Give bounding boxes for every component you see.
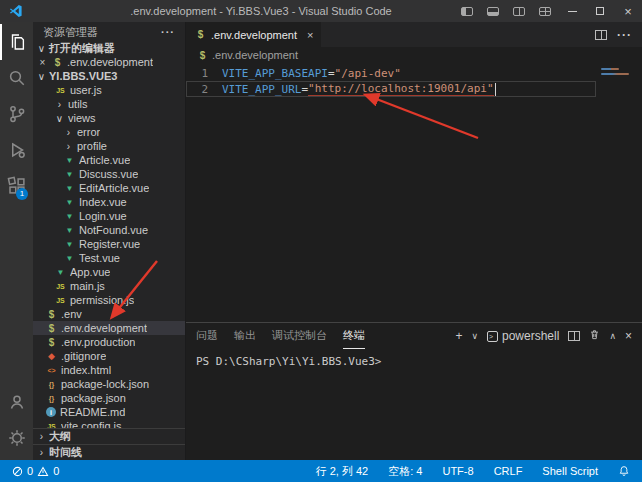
chevron-down-icon: ∨ (36, 43, 47, 54)
file-label: vite.config.js (61, 420, 122, 428)
new-terminal-icon[interactable]: + (455, 329, 462, 343)
minimap-line-2 (601, 73, 629, 75)
language-mode-status[interactable]: Shell Script (538, 465, 602, 477)
panel-tab-problems[interactable]: 问题 (196, 323, 218, 349)
vscode-window: .env.development - Yi.BBS.Vue3 - Visual … (0, 0, 642, 482)
split-terminal-icon[interactable] (568, 331, 580, 341)
tree-item-permission.js[interactable]: JSpermission.js (33, 293, 185, 307)
open-editors-header[interactable]: ∨ 打开的编辑器 (33, 42, 185, 55)
close-panel-icon[interactable]: × (625, 329, 632, 343)
tree-item-views[interactable]: ∨views (33, 111, 185, 125)
line-number: 2 (186, 83, 222, 96)
extensions-icon[interactable]: 1 (0, 168, 33, 204)
tree-item-App.vue[interactable]: ▼App.vue (33, 265, 185, 279)
source-control-icon[interactable] (0, 96, 33, 132)
panel-tab-output[interactable]: 输出 (234, 323, 256, 349)
close-button[interactable]: × (614, 0, 642, 22)
warning-icon (37, 466, 49, 477)
file-label: Test.vue (79, 252, 120, 264)
tab-env-development[interactable]: $ .env.development × (186, 22, 322, 47)
tree-item-.env.development[interactable]: $.env.development (33, 321, 185, 335)
info-icon: i (46, 407, 56, 417)
titlebar-controls: × (454, 0, 642, 22)
file-label: .env.development (61, 322, 147, 334)
panel-tab-terminal[interactable]: 终端 (343, 323, 365, 349)
editor-tab-bar: $ .env.development × ··· (186, 22, 642, 47)
views-and-more-actions-icon[interactable]: ··· (161, 26, 175, 38)
indentation-status[interactable]: 空格: 4 (384, 464, 426, 479)
open-editor-item[interactable]: × $ .env.development (33, 55, 185, 69)
search-icon[interactable] (0, 60, 33, 96)
cursor-position[interactable]: 行 2, 列 42 (312, 464, 373, 479)
vue-icon: ▼ (63, 210, 76, 223)
file-label: EditArticle.vue (79, 182, 149, 194)
code-lines: 1VITE_APP_BASEAPI="/api-dev"2VITE_APP_UR… (186, 65, 642, 97)
tree-item-NotFound.vue[interactable]: ▼NotFound.vue (33, 223, 185, 237)
encoding-status[interactable]: UTF-8 (438, 465, 477, 477)
account-icon[interactable] (0, 384, 33, 420)
tree-item-.gitignore[interactable]: ◆.gitignore (33, 349, 185, 363)
tree-item-Index.vue[interactable]: ▼Index.vue (33, 195, 185, 209)
tree-item-Register.vue[interactable]: ▼Register.vue (33, 237, 185, 251)
tree-item-README.md[interactable]: iREADME.md (33, 405, 185, 419)
tree-item-EditArticle.vue[interactable]: ▼EditArticle.vue (33, 181, 185, 195)
tree-item-.env.production[interactable]: $.env.production (33, 335, 185, 349)
html-icon: <> (45, 364, 58, 377)
eol-status[interactable]: CRLF (490, 465, 527, 477)
vue-icon: ▼ (63, 154, 76, 167)
tree-item-profile[interactable]: ›profile (33, 139, 185, 153)
tree-item-.env[interactable]: $.env (33, 307, 185, 321)
tree-item-main.js[interactable]: JSmain.js (33, 279, 185, 293)
file-label: Register.vue (79, 238, 140, 250)
breadcrumb[interactable]: $ .env.development (186, 47, 642, 63)
js-icon: JS (45, 420, 58, 429)
code-line-2[interactable]: 2VITE_APP_URL="http://localhost:19001/ap… (186, 81, 596, 97)
outline-section-header[interactable]: › 大纲 (33, 428, 185, 444)
file-label: main.js (70, 280, 105, 292)
toggle-panel-icon[interactable] (480, 0, 506, 22)
timeline-section-header[interactable]: › 时间线 (33, 444, 185, 460)
terminal-profile-dropdown-icon[interactable]: ∨ (471, 331, 478, 341)
file-label: Login.vue (79, 210, 127, 222)
shell-icon: $ (45, 322, 58, 335)
tree-item-Test.vue[interactable]: ▼Test.vue (33, 251, 185, 265)
tree-item-utils[interactable]: ›utils (33, 97, 185, 111)
file-label: profile (77, 140, 107, 152)
toggle-secondary-sidebar-icon[interactable] (506, 0, 532, 22)
close-tab-icon[interactable]: × (307, 29, 313, 41)
tree-item-Login.vue[interactable]: ▼Login.vue (33, 209, 185, 223)
tree-item-package.json[interactable]: {}package.json (33, 391, 185, 405)
tree-item-Discuss.vue[interactable]: ▼Discuss.vue (33, 167, 185, 181)
project-root-header[interactable]: ∨ YI.BBS.VUE3 (33, 69, 185, 83)
tree-item-error[interactable]: ›error (33, 125, 185, 139)
text-cursor (495, 83, 497, 96)
maximize-button[interactable] (586, 0, 614, 22)
explorer-icon[interactable] (0, 24, 33, 60)
more-actions-icon[interactable]: ··· (617, 28, 632, 42)
code-line-1[interactable]: 1VITE_APP_BASEAPI="/api-dev" (186, 65, 596, 81)
shell-selector[interactable]: > powershell (487, 329, 559, 343)
tree-item-index.html[interactable]: <>index.html (33, 363, 185, 377)
notifications-bell-icon[interactable] (614, 465, 634, 477)
tree-item-user.js[interactable]: JSuser.js (33, 83, 185, 97)
env-var-name: VITE_APP_BASEAPI (222, 67, 328, 80)
customize-layout-icon[interactable] (532, 0, 558, 22)
tree-item-vite.config.js[interactable]: JSvite.config.js (33, 419, 185, 428)
minimize-button[interactable] (558, 0, 586, 22)
sidebar-title: 资源管理器 (43, 25, 98, 40)
close-editor-icon[interactable]: × (37, 57, 48, 68)
run-debug-icon[interactable] (0, 132, 33, 168)
problems-status[interactable]: 0 0 (8, 465, 63, 477)
kill-terminal-icon[interactable] (589, 329, 600, 343)
tree-item-package-lock.json[interactable]: {}package-lock.json (33, 377, 185, 391)
settings-gear-icon[interactable] (0, 420, 33, 456)
terminal-output[interactable]: PS D:\CSharp\Yi\Yi.BBS.Vue3> (186, 349, 642, 460)
tree-item-Article.vue[interactable]: ▼Article.vue (33, 153, 185, 167)
file-label: .env (61, 308, 82, 320)
shell-icon: $ (194, 28, 207, 41)
minimap[interactable] (598, 63, 642, 322)
panel-tab-debug-console[interactable]: 调试控制台 (272, 323, 327, 349)
code-editor[interactable]: 1VITE_APP_BASEAPI="/api-dev"2VITE_APP_UR… (186, 63, 642, 322)
split-editor-icon[interactable] (595, 30, 607, 40)
maximize-panel-icon[interactable]: ∧ (609, 331, 616, 341)
